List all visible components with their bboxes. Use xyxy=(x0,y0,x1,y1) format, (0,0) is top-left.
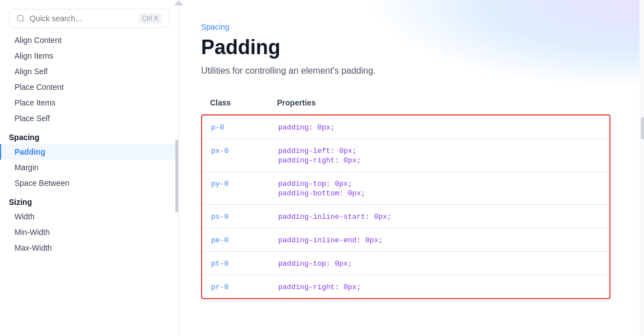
property-cell: padding-bottom: 0px; xyxy=(278,189,365,198)
sidebar-item-margin[interactable]: Margin xyxy=(0,160,178,175)
sidebar-item-place-self[interactable]: Place Self xyxy=(0,111,178,126)
class-cell: pt-0 xyxy=(211,260,228,268)
property-cell: padding-left: 0px; xyxy=(278,147,356,155)
class-cell: px-0 xyxy=(211,147,228,155)
sidebar: Ctrl K Align Content Align Items Align S… xyxy=(0,0,179,336)
class-cell: ps-0 xyxy=(211,213,228,221)
section-sizing: Sizing Width Min-Width Max-Width xyxy=(0,191,178,256)
main-content: Spacing Padding Utilities for controllin… xyxy=(179,0,644,336)
content-wrapper: Spacing Padding Utilities for controllin… xyxy=(179,0,644,321)
search-shortcut: Ctrl K xyxy=(139,13,162,23)
class-cell: pe-0 xyxy=(211,236,228,244)
page-title: Padding xyxy=(201,36,610,59)
nav-items-above: Align Content Align Items Align Self Pla… xyxy=(0,32,178,126)
css-table: p-0 padding: 0px; px-0 padding-left: 0px… xyxy=(202,116,609,298)
table-row: pe-0 padding-inline-end: 0px; xyxy=(202,228,609,252)
property-cell: padding-right: 0px; xyxy=(278,156,361,165)
breadcrumb: Spacing xyxy=(201,22,610,31)
sidebar-item-width[interactable]: Width xyxy=(0,209,178,224)
property-cell: padding-top: 0px; xyxy=(278,180,352,188)
property-cell: padding-right: 0px; xyxy=(278,283,361,291)
sidebar-item-min-width[interactable]: Min-Width xyxy=(0,224,178,240)
class-cell: py-0 xyxy=(211,180,228,188)
sidebar-scroll-thumb xyxy=(175,140,178,212)
table-row: pt-0 padding-top: 0px; xyxy=(202,252,609,275)
property-cell: padding-inline-end: 0px; xyxy=(278,236,383,244)
sidebar-item-align-items[interactable]: Align Items xyxy=(0,48,178,64)
col-header-class: Class xyxy=(210,98,277,107)
sidebar-item-space-between[interactable]: Space Between xyxy=(0,175,178,191)
property-cell: padding-inline-start: 0px; xyxy=(278,213,392,221)
scroll-arrow-up xyxy=(174,0,183,6)
class-cell: pr-0 xyxy=(211,283,228,291)
search-icon xyxy=(16,14,25,23)
search-bar[interactable]: Ctrl K xyxy=(9,9,169,28)
search-input[interactable] xyxy=(30,14,134,23)
css-table-wrapper: p-0 padding: 0px; px-0 padding-left: 0px… xyxy=(201,114,610,299)
table-row: pr-0 padding-right: 0px; xyxy=(202,275,609,299)
sidebar-item-padding[interactable]: Padding xyxy=(0,144,178,160)
col-header-properties: Properties xyxy=(277,98,316,107)
sidebar-item-align-self[interactable]: Align Self xyxy=(0,64,178,79)
property-cell: padding-top: 0px; xyxy=(278,260,352,268)
svg-point-0 xyxy=(17,15,23,21)
section-title-spacing: Spacing xyxy=(0,126,178,144)
svg-line-1 xyxy=(22,20,24,22)
table-row: px-0 padding-left: 0px; padding-right: 0… xyxy=(202,139,609,172)
section-spacing: Spacing Padding Margin Space Between xyxy=(0,126,178,191)
class-cell: p-0 xyxy=(211,123,224,132)
table-row: ps-0 padding-inline-start: 0px; xyxy=(202,205,609,228)
sidebar-item-align-content[interactable]: Align Content xyxy=(0,32,178,48)
section-title-sizing: Sizing xyxy=(0,191,178,209)
table-row: p-0 padding: 0px; xyxy=(202,116,609,139)
sidebar-item-place-content[interactable]: Place Content xyxy=(0,79,178,95)
sidebar-item-place-items[interactable]: Place Items xyxy=(0,95,178,111)
page-description: Utilities for controlling an element's p… xyxy=(201,66,610,76)
table-row: py-0 padding-top: 0px; padding-bottom: 0… xyxy=(202,172,609,205)
property-cell: padding: 0px; xyxy=(278,123,335,132)
sidebar-item-max-width[interactable]: Max-Width xyxy=(0,240,178,256)
table-headers: Class Properties xyxy=(201,94,610,114)
